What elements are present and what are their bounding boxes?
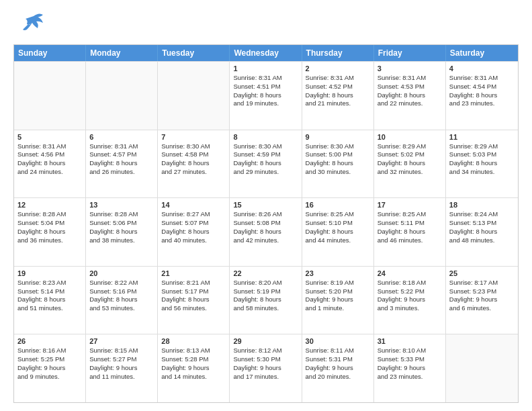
day-info: Sunrise: 8:30 AM Sunset: 5:00 PM Dayligh… xyxy=(306,142,370,177)
day-cell-19: 19Sunrise: 8:23 AM Sunset: 5:14 PM Dayli… xyxy=(14,267,86,334)
day-cell-9: 9Sunrise: 8:30 AM Sunset: 5:00 PM Daylig… xyxy=(302,130,374,198)
day-number: 30 xyxy=(306,337,370,345)
day-info: Sunrise: 8:24 AM Sunset: 5:13 PM Dayligh… xyxy=(449,210,515,244)
day-number: 6 xyxy=(89,133,154,141)
day-info: Sunrise: 8:16 AM Sunset: 5:25 PM Dayligh… xyxy=(17,347,82,381)
day-cell-12: 12Sunrise: 8:28 AM Sunset: 5:04 PM Dayli… xyxy=(14,198,86,266)
day-cell-13: 13Sunrise: 8:28 AM Sunset: 5:06 PM Dayli… xyxy=(86,198,158,266)
day-info: Sunrise: 8:27 AM Sunset: 5:07 PM Dayligh… xyxy=(161,210,226,244)
day-number: 17 xyxy=(378,201,442,209)
day-cell-31: 31Sunrise: 8:10 AM Sunset: 5:33 PM Dayli… xyxy=(374,334,446,402)
weekday-header-wednesday: Wednesday xyxy=(230,45,302,61)
calendar-header: SundayMondayTuesdayWednesdayThursdayFrid… xyxy=(14,45,518,61)
day-info: Sunrise: 8:28 AM Sunset: 5:04 PM Dayligh… xyxy=(17,210,82,244)
calendar-row-2: 12Sunrise: 8:28 AM Sunset: 5:04 PM Dayli… xyxy=(14,197,518,266)
day-number: 20 xyxy=(89,269,154,277)
day-number: 23 xyxy=(306,269,370,277)
empty-cell xyxy=(446,334,518,402)
day-cell-3: 3Sunrise: 8:31 AM Sunset: 4:53 PM Daylig… xyxy=(374,62,446,130)
day-cell-30: 30Sunrise: 8:11 AM Sunset: 5:31 PM Dayli… xyxy=(302,334,374,402)
empty-cell xyxy=(14,62,86,130)
day-info: Sunrise: 8:23 AM Sunset: 5:14 PM Dayligh… xyxy=(17,279,82,313)
day-number: 9 xyxy=(306,133,370,141)
day-number: 18 xyxy=(449,201,515,209)
day-number: 8 xyxy=(233,133,298,141)
day-info: Sunrise: 8:21 AM Sunset: 5:17 PM Dayligh… xyxy=(161,279,226,313)
page: SundayMondayTuesdayWednesdayThursdayFrid… xyxy=(0,0,532,411)
weekday-header-monday: Monday xyxy=(86,45,158,61)
day-number: 7 xyxy=(161,133,226,141)
day-number: 3 xyxy=(378,64,442,73)
day-info: Sunrise: 8:12 AM Sunset: 5:30 PM Dayligh… xyxy=(233,347,298,381)
day-info: Sunrise: 8:18 AM Sunset: 5:22 PM Dayligh… xyxy=(378,279,442,313)
day-cell-26: 26Sunrise: 8:16 AM Sunset: 5:25 PM Dayli… xyxy=(14,334,86,402)
day-cell-11: 11Sunrise: 8:29 AM Sunset: 5:03 PM Dayli… xyxy=(446,130,518,198)
empty-cell xyxy=(158,62,230,130)
day-cell-2: 2Sunrise: 8:31 AM Sunset: 4:52 PM Daylig… xyxy=(302,62,374,130)
day-info: Sunrise: 8:30 AM Sunset: 4:58 PM Dayligh… xyxy=(161,142,226,177)
day-info: Sunrise: 8:29 AM Sunset: 5:02 PM Dayligh… xyxy=(378,142,442,177)
day-number: 25 xyxy=(449,269,515,277)
day-cell-21: 21Sunrise: 8:21 AM Sunset: 5:17 PM Dayli… xyxy=(158,267,230,334)
day-info: Sunrise: 8:29 AM Sunset: 5:03 PM Dayligh… xyxy=(449,142,515,177)
day-number: 12 xyxy=(17,201,82,209)
calendar-row-0: 1Sunrise: 8:31 AM Sunset: 4:51 PM Daylig… xyxy=(14,61,518,130)
day-number: 4 xyxy=(449,64,515,73)
day-info: Sunrise: 8:25 AM Sunset: 5:10 PM Dayligh… xyxy=(306,210,370,244)
day-cell-8: 8Sunrise: 8:30 AM Sunset: 4:59 PM Daylig… xyxy=(230,130,302,198)
day-cell-22: 22Sunrise: 8:20 AM Sunset: 5:19 PM Dayli… xyxy=(230,267,302,334)
day-info: Sunrise: 8:31 AM Sunset: 4:51 PM Dayligh… xyxy=(233,74,298,108)
weekday-header-saturday: Saturday xyxy=(446,45,518,61)
weekday-header-thursday: Thursday xyxy=(302,45,374,61)
day-number: 27 xyxy=(89,337,154,345)
day-info: Sunrise: 8:30 AM Sunset: 4:59 PM Dayligh… xyxy=(233,142,298,177)
day-cell-10: 10Sunrise: 8:29 AM Sunset: 5:02 PM Dayli… xyxy=(374,130,446,198)
day-number: 14 xyxy=(161,201,226,209)
day-cell-23: 23Sunrise: 8:19 AM Sunset: 5:20 PM Dayli… xyxy=(302,267,374,334)
calendar-row-4: 26Sunrise: 8:16 AM Sunset: 5:25 PM Dayli… xyxy=(14,334,518,402)
day-info: Sunrise: 8:31 AM Sunset: 4:57 PM Dayligh… xyxy=(89,142,154,177)
day-info: Sunrise: 8:11 AM Sunset: 5:31 PM Dayligh… xyxy=(306,347,370,381)
day-cell-4: 4Sunrise: 8:31 AM Sunset: 4:54 PM Daylig… xyxy=(446,62,518,130)
calendar: SundayMondayTuesdayWednesdayThursdayFrid… xyxy=(13,44,519,403)
day-cell-27: 27Sunrise: 8:15 AM Sunset: 5:27 PM Dayli… xyxy=(86,334,158,402)
day-cell-24: 24Sunrise: 8:18 AM Sunset: 5:22 PM Dayli… xyxy=(374,267,446,334)
day-info: Sunrise: 8:20 AM Sunset: 5:19 PM Dayligh… xyxy=(233,279,298,313)
day-info: Sunrise: 8:28 AM Sunset: 5:06 PM Dayligh… xyxy=(89,210,154,244)
header xyxy=(13,11,519,38)
day-info: Sunrise: 8:25 AM Sunset: 5:11 PM Dayligh… xyxy=(378,210,442,244)
calendar-row-1: 5Sunrise: 8:31 AM Sunset: 4:56 PM Daylig… xyxy=(14,130,518,198)
day-info: Sunrise: 8:17 AM Sunset: 5:23 PM Dayligh… xyxy=(449,279,515,313)
day-info: Sunrise: 8:19 AM Sunset: 5:20 PM Dayligh… xyxy=(306,279,370,313)
day-cell-25: 25Sunrise: 8:17 AM Sunset: 5:23 PM Dayli… xyxy=(446,267,518,334)
day-info: Sunrise: 8:13 AM Sunset: 5:28 PM Dayligh… xyxy=(161,347,226,381)
day-number: 28 xyxy=(161,337,226,345)
logo-bird-icon xyxy=(13,11,46,38)
day-number: 26 xyxy=(17,337,82,345)
weekday-header-sunday: Sunday xyxy=(14,45,86,61)
day-cell-17: 17Sunrise: 8:25 AM Sunset: 5:11 PM Dayli… xyxy=(374,198,446,266)
day-info: Sunrise: 8:31 AM Sunset: 4:52 PM Dayligh… xyxy=(306,74,370,108)
day-info: Sunrise: 8:26 AM Sunset: 5:08 PM Dayligh… xyxy=(233,210,298,244)
day-number: 13 xyxy=(89,201,154,209)
day-number: 1 xyxy=(233,64,298,73)
day-info: Sunrise: 8:10 AM Sunset: 5:33 PM Dayligh… xyxy=(378,347,442,381)
day-number: 22 xyxy=(233,269,298,277)
day-info: Sunrise: 8:31 AM Sunset: 4:56 PM Dayligh… xyxy=(17,142,82,177)
calendar-body: 1Sunrise: 8:31 AM Sunset: 4:51 PM Daylig… xyxy=(14,61,518,402)
day-number: 11 xyxy=(449,133,515,141)
day-number: 19 xyxy=(17,269,82,277)
day-number: 29 xyxy=(233,337,298,345)
calendar-row-3: 19Sunrise: 8:23 AM Sunset: 5:14 PM Dayli… xyxy=(14,266,518,334)
day-cell-1: 1Sunrise: 8:31 AM Sunset: 4:51 PM Daylig… xyxy=(230,62,302,130)
day-cell-16: 16Sunrise: 8:25 AM Sunset: 5:10 PM Dayli… xyxy=(302,198,374,266)
day-info: Sunrise: 8:31 AM Sunset: 4:53 PM Dayligh… xyxy=(378,74,442,108)
day-number: 2 xyxy=(306,64,370,73)
day-info: Sunrise: 8:22 AM Sunset: 5:16 PM Dayligh… xyxy=(89,279,154,313)
day-cell-14: 14Sunrise: 8:27 AM Sunset: 5:07 PM Dayli… xyxy=(158,198,230,266)
day-cell-15: 15Sunrise: 8:26 AM Sunset: 5:08 PM Dayli… xyxy=(230,198,302,266)
day-cell-6: 6Sunrise: 8:31 AM Sunset: 4:57 PM Daylig… xyxy=(86,130,158,198)
day-cell-7: 7Sunrise: 8:30 AM Sunset: 4:58 PM Daylig… xyxy=(158,130,230,198)
day-number: 15 xyxy=(233,201,298,209)
day-info: Sunrise: 8:31 AM Sunset: 4:54 PM Dayligh… xyxy=(449,74,515,108)
